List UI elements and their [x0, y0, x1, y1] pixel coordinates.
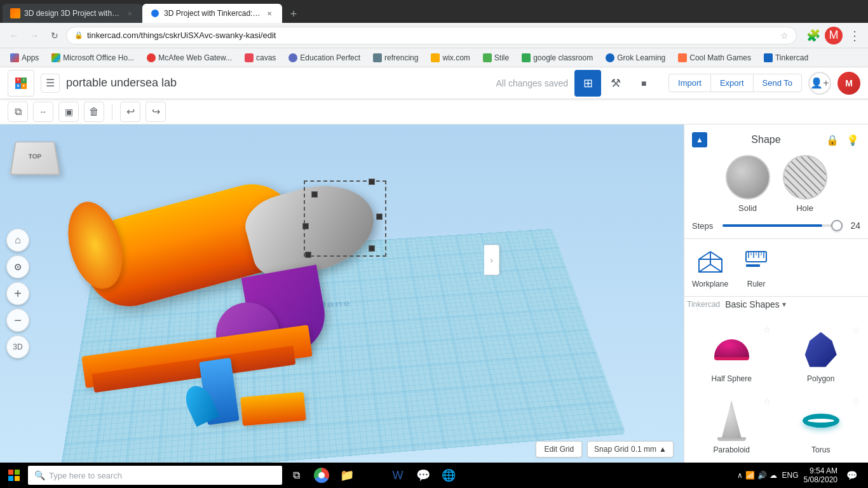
mirror-button[interactable]: ↔ [33, 102, 53, 122]
profile-icon[interactable]: M [825, 27, 843, 44]
bookmark-wix[interactable]: wix.com [426, 52, 475, 64]
undo-button[interactable]: ↩ [120, 102, 140, 122]
paraboloid-star-icon[interactable]: ☆ [763, 396, 771, 406]
shape-card-polygon[interactable]: ☆ Polygon [779, 322, 864, 388]
cube-face-top[interactable]: TOP [10, 142, 60, 175]
new-tab-button[interactable]: + [285, 5, 302, 23]
svg-line-4 [710, 264, 722, 272]
half-sphere-label: Half Sphere [712, 374, 752, 383]
steps-slider-thumb[interactable] [831, 220, 843, 231]
bookmark-tc[interactable]: Tinkercad [759, 52, 813, 64]
tab-close-1[interactable]: ✕ [125, 8, 135, 18]
shape-types: Solid Hole [692, 155, 860, 213]
home-view-button[interactable]: ⌂ [6, 229, 29, 252]
tray-chevron-icon[interactable]: ∧ [737, 471, 743, 480]
taskbar-file-explorer[interactable]: 📁 [336, 464, 358, 487]
snap-grid-control[interactable]: Snap Grid 0.1 mm ▲ [587, 441, 674, 458]
shape-lock-icon[interactable]: 🔒 [825, 132, 840, 147]
taskbar-discord[interactable]: 💬 [412, 464, 435, 487]
taskbar-chrome[interactable] [310, 464, 333, 487]
bookmark-mcafee[interactable]: McAfee Web Gatew... [142, 52, 237, 64]
import-button[interactable]: Import [669, 74, 711, 92]
bookmark-grok[interactable]: Grok Learning [600, 52, 670, 64]
viewport[interactable]: Workplane [0, 125, 684, 463]
zoom-in-button[interactable]: + [6, 282, 29, 305]
bookmark-ref[interactable]: refrencing [368, 52, 423, 64]
start-button[interactable] [3, 464, 25, 487]
shape-help-icon[interactable]: 💡 [845, 132, 860, 147]
browser-tab-1[interactable]: 3D design 3D Project with Tinker... ✕ [3, 4, 142, 23]
shape-card-torus[interactable]: ☆ Torus [779, 393, 864, 459]
bookmark-cm[interactable]: Cool Math Games [673, 52, 756, 64]
bookmark-ms[interactable]: Microsoft Office Ho... [46, 52, 139, 64]
tray-volume-icon[interactable]: 🔊 [757, 471, 767, 480]
half-sphere-star-icon[interactable]: ☆ [763, 325, 771, 335]
tray-network-icon[interactable]: 📶 [745, 471, 755, 480]
build-view-button[interactable]: ⚒ [602, 70, 629, 97]
obj-orange-small[interactable] [240, 392, 306, 426]
bookmark-cavas[interactable]: cavas [240, 52, 281, 64]
tray-onedrive-icon[interactable]: ☁ [770, 471, 777, 480]
task-view-button[interactable]: ⧉ [285, 464, 308, 487]
add-user-button[interactable]: 👤+ [808, 72, 831, 95]
shapes-library-dropdown[interactable]: Basic Shapes ▾ [725, 299, 786, 309]
shape-card-half-sphere[interactable]: ☆ Half Sphere [689, 322, 774, 388]
menu-icon[interactable]: ⋮ [845, 27, 863, 44]
taskbar-word[interactable]: W [386, 464, 409, 487]
solid-shape-type[interactable]: Solid [726, 155, 770, 213]
hole-shape-type[interactable]: Hole [783, 155, 827, 213]
export-button[interactable]: Export [711, 74, 754, 92]
delete-button[interactable]: 🗑 [84, 102, 104, 122]
workplane-tool[interactable]: Workplane [692, 247, 728, 288]
polygon-star-icon[interactable]: ☆ [852, 325, 860, 335]
paraboloid-icon [709, 398, 754, 443]
browser-tab-2[interactable]: 3D Project with Tinkercad: DIGIT... ✕ [142, 4, 282, 23]
sel-handle-ml[interactable] [302, 223, 309, 229]
sel-handle-tr[interactable] [369, 179, 375, 185]
hole-label: Hole [796, 203, 813, 213]
tray-datetime[interactable]: 9:54 AM 5/08/2020 [804, 466, 837, 484]
ruler-tool[interactable]: Ruler [741, 247, 771, 288]
star-icon[interactable]: ☆ [780, 30, 789, 41]
sel-handle-tl[interactable] [311, 191, 318, 198]
bookmark-ep[interactable]: Education Perfect [283, 52, 365, 64]
taskbar-store[interactable]: 🛍 [361, 464, 384, 487]
edit-grid-button[interactable]: Edit Grid [536, 441, 582, 458]
zoom-out-button[interactable]: − [6, 309, 29, 332]
panel-collapse-arrow[interactable]: › [484, 245, 499, 275]
tinkercad-logo[interactable]: T I N K [8, 70, 34, 97]
bookmark-apps[interactable]: Apps [5, 52, 44, 64]
address-bar[interactable]: 🔒 tinkercad.com/things/cskrUiSXAvc-swank… [66, 27, 797, 44]
send-to-button[interactable]: Send To [754, 74, 801, 92]
simulate-view-button[interactable]: ■ [630, 70, 657, 97]
taskbar-edge[interactable]: 🌐 [437, 464, 460, 487]
shape-panel: ▲ Shape 🔒 💡 Solid Hole [684, 125, 868, 239]
list-view-button[interactable]: ☰ [41, 74, 60, 93]
view-cube[interactable]: TOP [13, 137, 64, 188]
redo-button[interactable]: ↪ [146, 102, 166, 122]
sel-handle-br[interactable] [369, 245, 375, 252]
steps-slider[interactable] [722, 224, 840, 227]
tab-close-2[interactable]: ✕ [264, 8, 275, 18]
forward-button[interactable]: → [25, 27, 43, 44]
taskbar-search[interactable]: 🔍 Type here to search [28, 466, 282, 485]
tray-language[interactable]: ENG [782, 471, 799, 480]
grid-view-button[interactable]: ⊞ [574, 70, 601, 97]
user-avatar[interactable]: M [837, 72, 860, 95]
back-button[interactable]: ← [5, 27, 23, 44]
group-button[interactable]: ▣ [58, 102, 79, 122]
fit-view-button[interactable]: ⊙ [6, 255, 29, 278]
sel-handle-bl[interactable] [305, 252, 311, 258]
bookmark-gc[interactable]: google classroom [517, 52, 598, 64]
shape-card-paraboloid[interactable]: ☆ Paraboloid [689, 393, 774, 459]
notification-center-button[interactable]: 💬 [843, 466, 860, 484]
polygon-label: Polygon [807, 374, 834, 383]
duplicate-button[interactable]: ⧉ [8, 102, 28, 122]
bookmark-stile[interactable]: Stile [478, 52, 514, 64]
sel-handle-mr[interactable] [376, 214, 383, 220]
3d-view-button[interactable]: 3D [6, 336, 29, 358]
extensions-icon[interactable]: 🧩 [804, 27, 822, 44]
reload-button[interactable]: ↻ [46, 27, 64, 44]
torus-star-icon[interactable]: ☆ [852, 396, 860, 406]
shape-collapse-button[interactable]: ▲ [692, 132, 707, 147]
